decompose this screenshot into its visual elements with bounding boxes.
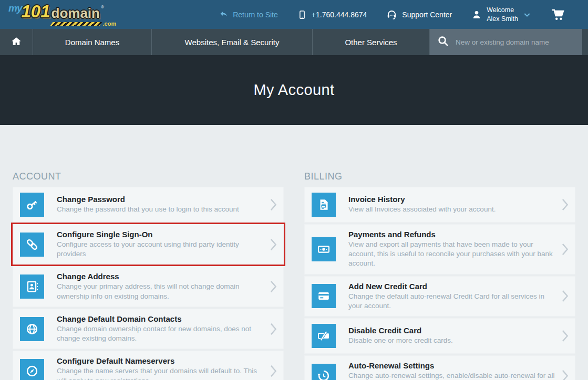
section-heading-billing: BILLING	[304, 171, 575, 182]
chevron-down-icon	[523, 10, 531, 19]
item-title: Change Default Domain Contacts	[57, 314, 265, 323]
item-title: Configure Single Sign-On	[57, 230, 265, 239]
item-title: Payments and Refunds	[348, 230, 556, 239]
nav-item-websites-email-security[interactable]: Websites, Email & Security	[151, 29, 312, 55]
item-description: Disable one or more credit cards.	[348, 336, 556, 345]
item-description: Change the name servers that your domain…	[57, 366, 265, 380]
chevron-right-icon	[270, 238, 277, 251]
nav-label: Domain Names	[65, 38, 119, 47]
nav-filler	[582, 29, 588, 55]
item-description: View all Invoices associated with your a…	[348, 205, 556, 214]
item-title: Invoice History	[348, 195, 556, 204]
chevron-right-icon	[562, 370, 569, 380]
item-change-address[interactable]: Change Address Change your primary addre…	[13, 266, 284, 307]
welcome-label: Welcome	[487, 6, 514, 14]
account-menu[interactable]: Welcome Alex Smith	[471, 6, 531, 23]
link-icon	[20, 233, 44, 257]
cart-button[interactable]	[551, 7, 565, 22]
chevron-right-icon	[270, 198, 277, 211]
shopping-cart-icon	[551, 7, 565, 22]
site-logo[interactable]: my 101 domain ® .com	[8, 3, 116, 27]
item-description: Change auto-renewal settings, enable/dis…	[348, 371, 556, 380]
phone-link[interactable]: +1.760.444.8674	[297, 10, 367, 19]
section-heading-account: ACCOUNT	[13, 171, 284, 182]
registered-mark: ®	[101, 5, 104, 9]
nav-label: Websites, Email & Security	[185, 38, 280, 47]
chevron-right-icon	[562, 330, 569, 342]
logo-word: domain	[51, 6, 100, 20]
key-icon	[20, 193, 44, 217]
billing-column: BILLING Invoice History View all Invoice…	[304, 171, 575, 380]
item-description: View and export all payments that have b…	[348, 240, 556, 269]
chevron-right-icon	[270, 323, 277, 335]
chevron-right-icon	[562, 198, 569, 211]
credit-card-icon	[312, 284, 336, 308]
logo-tld: .com	[103, 21, 117, 27]
support-center-link[interactable]: Support Center	[386, 9, 452, 20]
nav-item-other-services[interactable]: Other Services	[312, 29, 429, 55]
item-payments-and-refunds[interactable]: Payments and Refunds View and export all…	[304, 224, 575, 275]
item-title: Add New Credit Card	[348, 282, 556, 291]
logo-number: 101	[21, 3, 50, 20]
item-description: Change the default auto-renewal Credit C…	[348, 292, 556, 311]
disable-card-icon	[312, 324, 336, 348]
nav-item-domain-names[interactable]: Domain Names	[33, 29, 151, 55]
item-title: Configure Default Nameservers	[57, 356, 265, 365]
globe-icon	[20, 317, 44, 341]
my101domain-account-page: my 101 domain ® .com Return to Site	[0, 0, 588, 380]
search-icon	[437, 35, 449, 49]
logo-stripes	[50, 22, 102, 26]
logo-prefix: my	[8, 3, 22, 13]
item-disable-credit-card[interactable]: Disable Credit Card Disable one or more …	[304, 318, 575, 354]
return-arrow-icon	[219, 10, 228, 19]
return-to-site-label: Return to Site	[233, 10, 278, 19]
return-to-site-link[interactable]: Return to Site	[219, 10, 278, 19]
item-description: Configure access to your account using t…	[57, 240, 265, 259]
support-center-label: Support Center	[402, 10, 452, 19]
chevron-right-icon	[270, 280, 277, 293]
item-change-default-domain-contacts[interactable]: Change Default Domain Contacts Change do…	[13, 309, 284, 349]
item-title: Change Address	[57, 272, 265, 281]
item-change-password[interactable]: Change Password Change the password that…	[13, 187, 284, 223]
item-configure-default-nameservers[interactable]: Configure Default Nameservers Change the…	[13, 351, 284, 380]
money-icon	[312, 237, 336, 261]
search-input[interactable]	[455, 38, 577, 47]
history-icon	[312, 364, 336, 380]
item-description: Change the password that you use to logi…	[57, 205, 265, 214]
item-configure-single-sign-on[interactable]: Configure Single Sign-On Configure acces…	[13, 224, 284, 265]
address-book-icon	[20, 275, 44, 299]
page-header: My Account	[0, 55, 588, 125]
item-description: Change domain ownership contact for new …	[57, 324, 265, 343]
item-title: Change Password	[57, 195, 265, 204]
account-column: ACCOUNT Change Password Change the passw…	[13, 171, 284, 380]
nav-label: Other Services	[345, 38, 397, 47]
chevron-right-icon	[562, 290, 569, 302]
phone-number: +1.760.444.8674	[312, 10, 367, 19]
headset-icon	[386, 9, 397, 20]
top-bar: my 101 domain ® .com Return to Site	[0, 0, 588, 29]
item-auto-renewal-settings[interactable]: Auto-Renewal Settings Change auto-renewa…	[304, 355, 575, 380]
mobile-phone-icon	[297, 10, 307, 19]
domain-search-box[interactable]	[429, 29, 582, 55]
compass-icon	[20, 359, 44, 380]
invoice-icon	[312, 193, 336, 217]
nav-home-button[interactable]	[0, 29, 33, 55]
main-nav: Domain Names Websites, Email & Security …	[0, 29, 588, 55]
item-title: Auto-Renewal Settings	[348, 361, 556, 370]
item-invoice-history[interactable]: Invoice History View all Invoices associ…	[304, 187, 575, 223]
item-add-new-credit-card[interactable]: Add New Credit Card Change the default a…	[304, 276, 575, 316]
username: Alex Smith	[487, 15, 518, 23]
chevron-right-icon	[562, 243, 569, 256]
chevron-right-icon	[270, 365, 277, 377]
item-title: Disable Credit Card	[348, 326, 556, 335]
content-area: ACCOUNT Change Password Change the passw…	[0, 125, 588, 380]
page-title: My Account	[254, 81, 335, 99]
user-icon	[471, 9, 482, 20]
home-icon	[11, 36, 22, 49]
item-description: Change your primary address, this will n…	[57, 282, 265, 301]
